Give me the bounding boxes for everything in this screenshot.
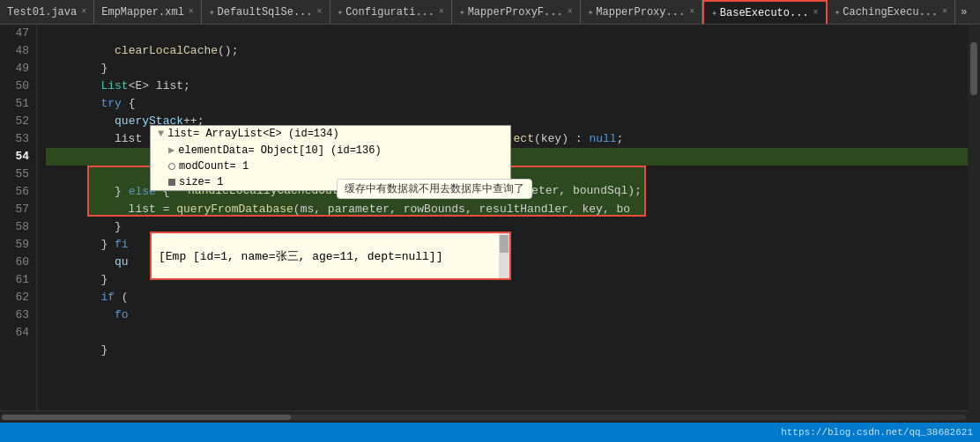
horizontal-scrollbar[interactable]	[0, 410, 968, 423]
tab-label: DefaultSqlSe...	[218, 6, 313, 18]
line-49: 49	[0, 60, 29, 77]
tab-mapperproxyf[interactable]: ✦ MapperProxyF... ×	[452, 0, 581, 25]
editor-main: 47 48 49 50 51 52 53 54 55 56 57 58 59 6…	[0, 25, 980, 423]
line-50: 50	[0, 77, 29, 95]
expand-arrow-icon[interactable]: ▶	[168, 144, 174, 157]
tab-empmapper[interactable]: EmpMapper.xml ×	[94, 0, 202, 25]
code-line-47: clearLocalCache();	[46, 25, 968, 42]
line-57: 57	[0, 201, 29, 218]
line-54: 54	[0, 148, 29, 166]
tab-close[interactable]: ×	[568, 7, 573, 17]
code-line-57: }	[46, 201, 968, 218]
status-bar: https://blog.csdn.net/qq_38682621	[0, 423, 980, 442]
tab-close[interactable]: ×	[189, 7, 194, 17]
debug-item-text: list= ArrayList<E> (id=134)	[167, 128, 338, 140]
tab-defaultsql[interactable]: ✦ DefaultSqlSe... ×	[202, 0, 330, 25]
tab-cachingexecu[interactable]: ✦ CachingExecu... ×	[828, 0, 956, 25]
tab-label: MapperProxy...	[596, 6, 685, 18]
debug-item-text: elementData= Object[10] (id=136)	[178, 144, 381, 157]
debug-item-modcount: modCount= 1	[151, 158, 510, 174]
tab-close[interactable]: ×	[317, 7, 323, 17]
scrollbar-thumb[interactable]	[970, 42, 977, 95]
tab-prefix: ✦	[209, 6, 215, 18]
tab-baseexecuto[interactable]: ✦ BaseExecuto... ×	[702, 0, 827, 25]
expand-arrow-icon[interactable]: ▼	[158, 128, 164, 140]
debug-item-text: size= 1	[179, 176, 223, 188]
code-line-51: queryStack++;	[46, 95, 968, 113]
tab-label: MapperProxyF...	[468, 6, 563, 18]
h-scrollbar-thumb[interactable]	[2, 415, 291, 420]
tab-close[interactable]: ×	[439, 7, 444, 17]
debug-item-text: modCount= 1	[179, 160, 249, 173]
line-56: 56	[0, 183, 29, 201]
vertical-scrollbar[interactable]	[968, 25, 980, 423]
bullet-hollow-icon	[168, 163, 175, 170]
tab-prefix: ✦	[459, 6, 465, 18]
code-line-64: }	[46, 324, 968, 342]
line-58: 58	[0, 218, 29, 236]
tab-close[interactable]: ×	[813, 8, 819, 18]
code-editor[interactable]: clearLocalCache(); } List<E> list; try {…	[37, 25, 968, 423]
tab-label: Test01.java	[7, 6, 77, 18]
tab-mapperproxy[interactable]: ✦ MapperProxy... ×	[581, 0, 702, 25]
debug-item-elementdata: ▶ elementData= Object[10] (id=136)	[151, 142, 510, 158]
tab-prefix: ✦	[711, 7, 717, 18]
tab-label: Configurati...	[345, 6, 434, 18]
code-line-62: fo	[46, 289, 968, 306]
line-55: 55	[0, 166, 29, 183]
line-47: 47	[0, 25, 29, 42]
debug-item-root: ▼ list= ArrayList<E> (id=134)	[151, 126, 510, 142]
result-scrollbar-thumb[interactable]	[500, 235, 509, 253]
tab-overflow-indicator[interactable]: »	[955, 6, 972, 18]
bullet-filled-icon	[168, 179, 175, 186]
tab-prefix: ✦	[835, 6, 841, 18]
code-line-50: try {	[46, 77, 968, 95]
line-number-gutter: 47 48 49 50 51 52 53 54 55 56 57 58 59 6…	[0, 25, 37, 423]
line-51: 51	[0, 95, 29, 113]
tab-prefix: ✦	[338, 6, 344, 18]
tab-close[interactable]: ×	[81, 7, 86, 17]
line-61: 61	[0, 271, 29, 289]
line-59: 59	[0, 236, 29, 254]
tab-configuration[interactable]: ✦ Configurati... ×	[330, 0, 452, 25]
tab-prefix: ✦	[588, 6, 594, 18]
result-text: [Emp [id=1, name=张三, age=11, dept=null]]	[159, 248, 442, 264]
status-right-url: https://blog.csdn.net/qq_38682621	[781, 427, 973, 438]
line-53: 53	[0, 130, 29, 148]
h-scrollbar-track[interactable]	[2, 415, 966, 420]
tab-label: EmpMapper.xml	[101, 6, 184, 18]
annotation-bubble: 缓存中有数据就不用去数据库中查询了	[337, 179, 532, 199]
line-62: 62	[0, 289, 29, 306]
line-63: 63	[0, 306, 29, 324]
tab-label: BaseExecuto...	[720, 7, 809, 19]
tab-bar: Test01.java × EmpMapper.xml × ✦ DefaultS…	[0, 0, 980, 25]
tab-label: CachingExecu...	[843, 6, 938, 18]
result-scrollbar[interactable]	[499, 233, 509, 278]
tab-close[interactable]: ×	[689, 7, 694, 17]
code-line-48: }	[46, 42, 968, 60]
code-line-49: List<E> list;	[46, 60, 968, 77]
tab-test01[interactable]: Test01.java ×	[0, 0, 94, 25]
result-box: [Emp [id=1, name=张三, age=11, dept=null]]	[150, 232, 511, 280]
annotation-text: 缓存中有数据就不用去数据库中查询了	[345, 182, 524, 195]
line-60: 60	[0, 254, 29, 271]
line-52: 52	[0, 113, 29, 130]
line-64: 64	[0, 324, 29, 342]
code-line-63	[46, 306, 968, 324]
line-48: 48	[0, 42, 29, 60]
tab-close[interactable]: ×	[942, 7, 947, 17]
